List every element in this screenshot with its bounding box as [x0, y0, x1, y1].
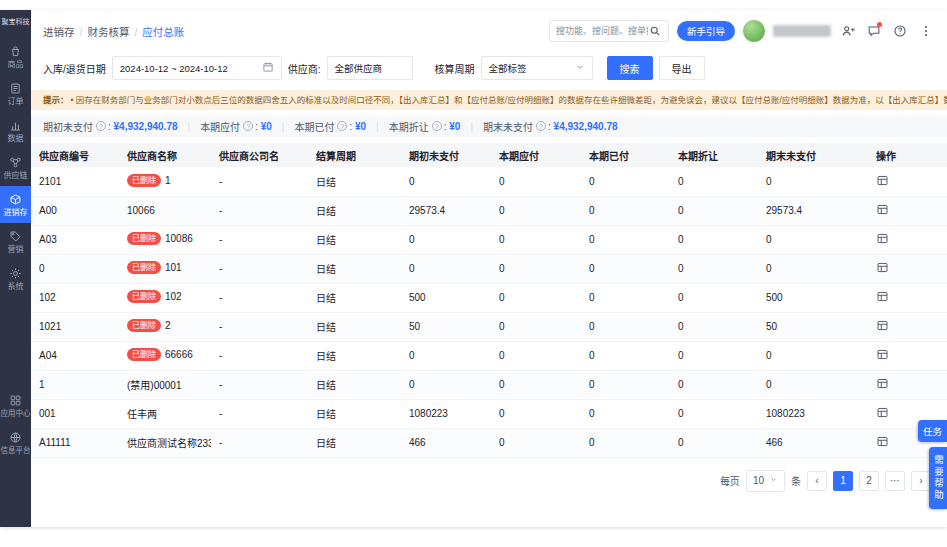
help-icon[interactable]	[891, 22, 909, 40]
column-header: 本期已付	[581, 143, 670, 167]
view-detail-icon[interactable]	[876, 319, 889, 332]
view-detail-icon[interactable]	[876, 377, 889, 390]
page-button-active[interactable]: 1	[833, 471, 853, 491]
task-float-button[interactable]: 任务	[918, 420, 947, 442]
next-page-button[interactable]: ›	[911, 471, 931, 491]
per-page-select[interactable]: 10	[746, 470, 785, 492]
summary-value: ¥4,932,940.78	[548, 121, 618, 132]
prev-page-button[interactable]: ‹	[807, 471, 827, 491]
deleted-badge: 已删除	[127, 261, 161, 274]
cell-company: -	[211, 254, 308, 283]
summary-item: 本期已付¥0	[272, 119, 366, 134]
cell-paid: 0	[581, 254, 670, 283]
cell-discount: 0	[670, 283, 758, 312]
cell-opening: 0	[401, 254, 491, 283]
summary-label: 期末未支付	[483, 119, 533, 134]
sidebar-item-app-center[interactable]: 应用中心	[0, 387, 31, 424]
sidebar-item-inventory[interactable]: 进销存	[0, 186, 31, 223]
newbie-guide-button[interactable]: 新手引导	[677, 21, 735, 41]
per-page-label: 每页	[720, 473, 740, 488]
question-circle-icon[interactable]	[536, 121, 546, 131]
user-add-icon[interactable]	[839, 22, 857, 40]
cell-code: 001	[31, 399, 119, 428]
global-search-box[interactable]	[549, 20, 669, 42]
cell-period: 日结	[308, 312, 401, 341]
export-button[interactable]: 导出	[659, 56, 705, 80]
page-button[interactable]: 2	[859, 471, 879, 491]
search-icon[interactable]	[648, 24, 662, 38]
help-float-button[interactable]: 需要帮助	[929, 447, 947, 509]
gear-icon	[9, 267, 22, 280]
cell-name: 已删除10086	[119, 225, 211, 254]
cell-payable: 0	[491, 341, 581, 370]
notification-dot	[877, 22, 882, 27]
view-detail-icon[interactable]	[876, 174, 889, 187]
view-detail-icon[interactable]	[876, 261, 889, 274]
sidebar-item-label: 信息平台	[1, 446, 31, 455]
cell-discount: 0	[670, 370, 758, 399]
period-select-value: 全部标签	[489, 61, 527, 75]
cell-closing: 29573.4	[758, 196, 868, 225]
question-circle-icon[interactable]	[96, 121, 106, 131]
sidebar-item-system[interactable]: 系统	[0, 260, 31, 297]
cell-name: 已删除66666	[119, 341, 211, 370]
cell-code: 102	[31, 283, 119, 312]
table-row: 102已删除102-日结500000500	[31, 283, 947, 312]
view-detail-icon[interactable]	[876, 232, 889, 245]
date-range-picker[interactable]: 2024-10-12 ~ 2024-10-12	[112, 56, 282, 80]
more-icon[interactable]	[917, 22, 935, 40]
avatar[interactable]	[743, 20, 765, 42]
question-circle-icon[interactable]	[243, 121, 253, 131]
app-canvas: 聚宝科技 商品 订单 数据 供应链	[0, 0, 947, 547]
main-content: 进销存 财务核算 应付总账 新手引导	[31, 10, 947, 527]
view-detail-icon[interactable]	[876, 203, 889, 216]
sidebar-item-goods[interactable]: 商品	[0, 38, 31, 75]
cell-actions	[868, 283, 947, 312]
sidebar-item-info-platform[interactable]: 信息平台	[0, 424, 31, 461]
view-detail-icon[interactable]	[876, 435, 889, 448]
message-icon[interactable]	[865, 22, 883, 40]
view-detail-icon[interactable]	[876, 348, 889, 361]
summary-item: 期末未支付¥4,932,940.78	[460, 119, 617, 134]
view-detail-icon[interactable]	[876, 406, 889, 419]
view-detail-icon[interactable]	[876, 290, 889, 303]
supplier-input[interactable]	[327, 56, 413, 80]
sidebar-item-data[interactable]: 数据	[0, 112, 31, 149]
sidebar-item-marketing[interactable]: 营销	[0, 223, 31, 260]
sidebar-item-orders[interactable]: 订单	[0, 75, 31, 112]
cell-opening: 0	[401, 341, 491, 370]
cell-discount: 0	[670, 428, 758, 457]
pagination: 每页 10 条 ‹ 12⋯ ›	[31, 458, 947, 492]
cell-discount: 0	[670, 312, 758, 341]
cell-name: 任丰两	[119, 399, 211, 428]
column-header: 本期折让	[670, 143, 758, 167]
app-window: 聚宝科技 商品 订单 数据 供应链	[0, 10, 947, 527]
cell-period: 日结	[308, 196, 401, 225]
breadcrumb-item[interactable]: 财务核算	[75, 24, 130, 39]
cell-actions	[868, 341, 947, 370]
search-button[interactable]: 搜索	[607, 56, 653, 80]
cell-opening: 50	[401, 312, 491, 341]
cell-company: -	[211, 370, 308, 399]
cell-payable: 0	[491, 312, 581, 341]
question-circle-icon[interactable]	[337, 121, 347, 131]
cell-discount: 0	[670, 341, 758, 370]
breadcrumb-item[interactable]: 进销存	[43, 24, 75, 39]
period-filter-label: 核算周期	[435, 61, 475, 76]
table-row: 2101已删除1-日结00000	[31, 167, 947, 196]
sidebar-item-supply-chain[interactable]: 供应链	[0, 149, 31, 186]
cell-discount: 0	[670, 254, 758, 283]
summary-value: ¥4,932,940.78	[108, 121, 178, 132]
summary-label: 期初未支付	[43, 119, 93, 134]
cell-discount: 0	[670, 196, 758, 225]
page-button[interactable]: ⋯	[885, 471, 905, 491]
column-header: 期初未支付	[401, 143, 491, 167]
cell-actions	[868, 254, 947, 283]
question-circle-icon[interactable]	[432, 121, 442, 131]
per-page-value: 10	[753, 475, 764, 486]
cell-discount: 0	[670, 225, 758, 254]
period-select[interactable]: 全部标签	[481, 56, 593, 80]
cell-code: A03	[31, 225, 119, 254]
global-search-input[interactable]	[556, 26, 648, 36]
summary-label: 本期应付	[200, 119, 240, 134]
